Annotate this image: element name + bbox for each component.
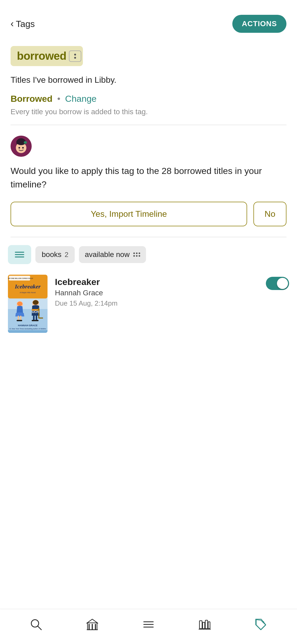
svg-point-6 — [22, 147, 24, 149]
book-author: Hannah Grace — [55, 289, 258, 297]
menu-icon — [142, 618, 155, 631]
bottom-nav — [0, 609, 297, 644]
svg-text:A Maple Hills Novel: A Maple Hills Novel — [20, 292, 36, 294]
timeline-question: Would you like to apply this tag to the … — [11, 164, 286, 191]
svg-point-23 — [17, 302, 22, 306]
table-row: OVER ONE MILLION COPIES SOLD! Icebreaker… — [8, 275, 289, 333]
svg-point-51 — [263, 621, 264, 623]
svg-rect-46 — [200, 621, 202, 629]
svg-point-5 — [18, 147, 20, 149]
tags-icon — [254, 618, 268, 631]
yes-import-button[interactable]: Yes, Import Timeline — [11, 202, 247, 226]
svg-text:#1 New York Times bestselling : #1 New York Times bestselling author of … — [9, 328, 46, 330]
auto-tag-sublabel: Every title you borrow is added to this … — [11, 107, 286, 117]
svg-rect-48 — [205, 620, 208, 629]
svg-rect-12 — [8, 330, 48, 333]
toggle-knob — [277, 278, 288, 289]
available-now-filter-chip[interactable]: available now — [79, 246, 146, 263]
svg-rect-26 — [33, 316, 35, 320]
tag-description: Titles I've borrowed in Libby. — [11, 73, 286, 86]
svg-rect-20 — [20, 316, 21, 320]
nav-menu[interactable] — [136, 615, 161, 633]
svg-text:HANNAH GRACE: HANNAH GRACE — [18, 324, 37, 327]
filter-icon-button[interactable] — [8, 245, 31, 264]
svg-rect-22 — [19, 320, 22, 321]
tag-options-button[interactable] — [69, 50, 81, 62]
dot-2 — [74, 57, 76, 59]
available-chip-label: available now — [85, 250, 130, 259]
svg-point-4 — [24, 141, 27, 144]
timeline-section: Would you like to apply this tag to the … — [0, 125, 297, 237]
tag-badge: borrowed — [11, 46, 83, 66]
timeline-buttons: Yes, Import Timeline No — [11, 202, 286, 226]
auto-tag-change[interactable]: Change — [65, 94, 97, 104]
svg-text:OVER ONE MILLION COPIES SOLD!: OVER ONE MILLION COPIES SOLD! — [8, 278, 33, 279]
avatar — [11, 136, 32, 157]
svg-text:Icebreaker: Icebreaker — [15, 283, 41, 290]
nav-shelf[interactable] — [193, 615, 217, 633]
filter-options-icon — [133, 252, 140, 257]
search-icon — [29, 618, 43, 631]
no-button[interactable]: No — [253, 202, 286, 226]
svg-rect-41 — [95, 624, 96, 630]
book-info: Icebreaker Hannah Grace Due 15 Aug, 2:14… — [55, 275, 258, 307]
book-list: OVER ONE MILLION COPIES SOLD! Icebreaker… — [0, 269, 297, 338]
auto-tag-row: Borrowed • Change — [11, 94, 286, 104]
svg-line-37 — [38, 626, 41, 630]
svg-point-32 — [33, 300, 39, 305]
shelf-icon — [198, 618, 212, 631]
nav-tags[interactable] — [249, 615, 273, 633]
books-chip-count: 2 — [65, 251, 68, 259]
svg-rect-28 — [32, 320, 35, 321]
svg-rect-27 — [36, 316, 37, 320]
tag-name: borrowed — [17, 50, 66, 62]
svg-rect-31 — [38, 318, 43, 319]
library-icon — [86, 618, 99, 631]
svg-rect-47 — [203, 622, 205, 629]
back-button[interactable]: ‹ Tags — [11, 19, 35, 29]
svg-rect-49 — [208, 622, 210, 629]
dot-1 — [74, 54, 76, 56]
header: ‹ Tags ACTIONS — [0, 0, 297, 38]
back-label: Tags — [16, 19, 35, 29]
svg-rect-19 — [18, 316, 19, 320]
auto-tag-label: Borrowed — [11, 94, 53, 104]
book-due-date: Due 15 Aug, 2:14pm — [55, 299, 258, 307]
book-title: Icebreaker — [55, 277, 258, 287]
toggle-switch[interactable] — [266, 277, 289, 290]
actions-button[interactable]: ACTIONS — [232, 15, 286, 33]
tag-section: borrowed Titles I've borrowed in Libby. … — [0, 38, 297, 117]
svg-rect-39 — [89, 624, 90, 630]
book-toggle[interactable] — [266, 277, 289, 290]
books-filter-chip[interactable]: books 2 — [35, 246, 75, 263]
auto-tag-bullet: • — [57, 94, 60, 104]
svg-text:UCH: UCH — [32, 310, 39, 314]
svg-rect-40 — [92, 624, 93, 630]
back-chevron-icon: ‹ — [11, 19, 14, 29]
books-chip-label: books — [42, 250, 62, 259]
nav-library[interactable] — [80, 615, 105, 633]
filter-lines-icon — [14, 250, 25, 259]
book-cover: OVER ONE MILLION COPIES SOLD! Icebreaker… — [8, 275, 48, 333]
nav-search[interactable] — [24, 615, 48, 633]
svg-rect-29 — [35, 320, 39, 321]
filter-bar: books 2 available now — [0, 237, 297, 269]
